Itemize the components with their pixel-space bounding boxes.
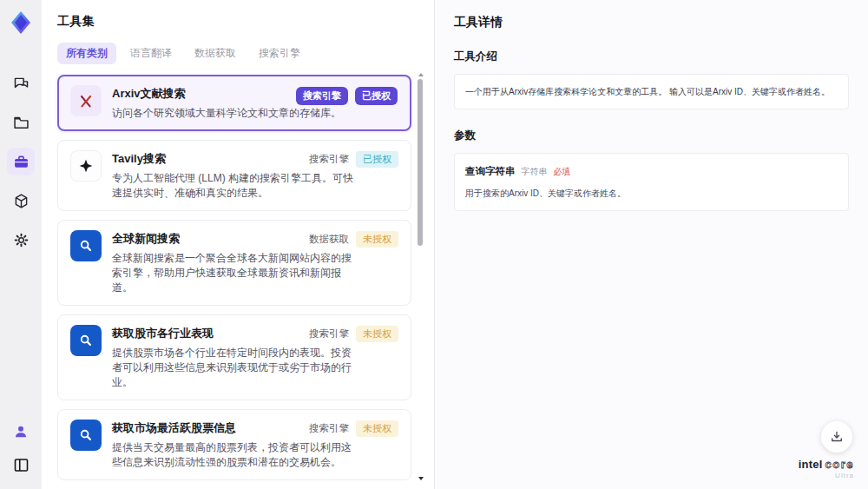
param-type: 字符串 <box>522 165 548 178</box>
parameter-card: 查询字符串 字符串 必填 用于搜索的Arxiv ID、关键字或作者姓名。 <box>454 153 849 211</box>
sidebar-nav <box>7 69 35 254</box>
tools-panel: 工具集 所有类别 语言翻译 数据获取 搜索引擎 Arxiv文献搜索 访问各个研究… <box>42 0 434 489</box>
briefcase-icon <box>12 153 30 171</box>
tool-description: 提供股票市场各个行业在特定时间段内的表现。投资者可以利用这些信息来识别表现优于或… <box>112 346 359 390</box>
category-label: 数据获取 <box>309 233 349 246</box>
search-stock-icon <box>70 325 102 356</box>
tool-card-active-stocks[interactable]: 获取市场最活跃股票信息 提供当天交易量最高的股票列表，投资者可以利用这些信息来识… <box>57 409 411 480</box>
tab-data-acquisition[interactable]: 数据获取 <box>186 43 245 64</box>
intel-wordmark: intel <box>799 458 823 471</box>
search-globe-icon <box>70 230 102 261</box>
download-icon <box>829 429 845 445</box>
tool-description: 访问各个研究领域大量科学论文和文章的存储库。 <box>112 106 359 121</box>
intro-heading: 工具介绍 <box>454 50 849 64</box>
param-name: 查询字符串 <box>465 164 516 179</box>
tavily-star-icon <box>70 150 102 182</box>
sidebar-item-models[interactable] <box>7 187 35 215</box>
status-badge: 已授权 <box>355 87 398 105</box>
list-scrollbar[interactable] <box>418 73 424 480</box>
folder-icon <box>12 114 30 132</box>
param-required-flag: 必填 <box>554 165 571 178</box>
chat-icon <box>12 75 30 93</box>
tab-search-engine[interactable]: 搜索引擎 <box>250 43 309 64</box>
category-badge: 搜索引擎 <box>296 87 348 105</box>
scrollbar-down-arrow-icon[interactable] <box>418 477 424 480</box>
user-icon <box>12 423 30 440</box>
tool-description: 提供当天交易量最高的股票列表，投资者可以利用这些信息来识别流动性强的股票和潜在的… <box>112 440 359 470</box>
search-stock-icon <box>70 420 102 451</box>
tool-intro-text: 一个用于从Arxiv存储库搜索科学论文和文章的工具。 输入可以是Arxiv ID… <box>454 74 849 109</box>
core-wordmark: core <box>825 458 854 471</box>
tab-all-categories[interactable]: 所有类别 <box>57 43 116 64</box>
download-button[interactable] <box>821 421 852 453</box>
tool-description: 全球新闻搜索是一个聚合全球各大新闻网站内容的搜索引擎，帮助用户快速获取全球最新资… <box>112 251 359 295</box>
tool-description: 专为人工智能代理 (LLM) 构建的搜索引擎工具。可快速提供实时、准确和真实的结… <box>112 171 359 201</box>
tool-list: Arxiv文献搜索 访问各个研究领域大量科学论文和文章的存储库。 搜索引擎 已授… <box>57 75 413 489</box>
app-logo-icon <box>7 9 35 36</box>
sidebar-item-tools[interactable] <box>7 148 35 175</box>
params-heading: 参数 <box>454 129 849 143</box>
tab-language-translation[interactable]: 语言翻译 <box>122 43 181 64</box>
tool-card-tavily[interactable]: Tavily搜索 专为人工智能代理 (LLM) 构建的搜索引擎工具。可快速提供实… <box>57 140 411 211</box>
gear-icon <box>12 231 30 249</box>
status-badge: 未授权 <box>356 420 398 437</box>
sidebar-item-panel-toggle[interactable] <box>7 451 35 479</box>
intel-core-logo: intelcore Ultra <box>799 459 854 480</box>
detail-title: 工具详情 <box>454 15 849 30</box>
status-badge: 未授权 <box>356 231 398 248</box>
panel-toggle-icon <box>12 456 30 474</box>
tool-card-arxiv[interactable]: Arxiv文献搜索 访问各个研究领域大量科学论文和文章的存储库。 搜索引擎 已授… <box>57 75 411 131</box>
scrollbar-up-arrow-icon[interactable] <box>418 73 424 76</box>
category-tabs: 所有类别 语言翻译 数据获取 搜索引擎 <box>57 43 413 64</box>
sidebar-item-user[interactable] <box>7 418 35 446</box>
app-window: 工具集 所有类别 语言翻译 数据获取 搜索引擎 Arxiv文献搜索 访问各个研究… <box>0 0 868 489</box>
category-label: 搜索引擎 <box>309 153 349 166</box>
page-title: 工具集 <box>57 14 413 30</box>
ultra-wordmark: Ultra <box>799 472 854 480</box>
param-description: 用于搜索的Arxiv ID、关键字或作者姓名。 <box>465 187 838 200</box>
sidebar-item-chat[interactable] <box>7 69 35 97</box>
status-badge: 未授权 <box>356 326 398 342</box>
sidebar-item-settings[interactable] <box>7 226 35 254</box>
category-label: 搜索引擎 <box>309 422 349 435</box>
cube-icon <box>12 192 30 210</box>
arxiv-logo-icon <box>70 85 102 116</box>
tool-detail-panel: 工具详情 工具介绍 一个用于从Arxiv存储库搜索科学论文和文章的工具。 输入可… <box>434 0 868 489</box>
category-label: 搜索引擎 <box>309 327 349 340</box>
status-badge: 已授权 <box>356 151 398 168</box>
tool-card-stock-industry[interactable]: 获取股市各行业表现 提供股票市场各个行业在特定时间段内的表现。投资者可以利用这些… <box>57 314 411 400</box>
tool-card-global-news[interactable]: 全球新闻搜索 全球新闻搜索是一个聚合全球各大新闻网站内容的搜索引擎，帮助用户快速… <box>57 220 411 306</box>
sidebar <box>0 0 42 489</box>
list-scrollbar-thumb[interactable] <box>418 79 423 246</box>
sidebar-item-files[interactable] <box>7 109 35 136</box>
